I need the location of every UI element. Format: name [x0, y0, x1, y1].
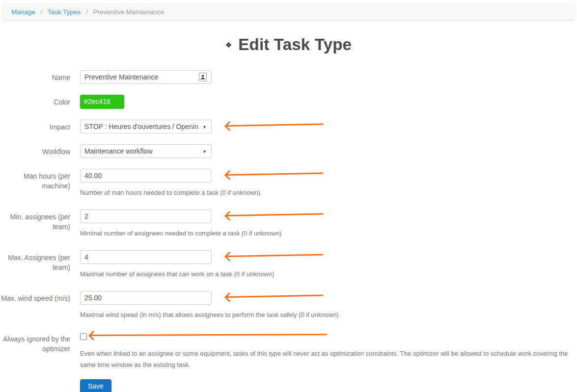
max-wind-speed-input[interactable]	[80, 291, 212, 305]
annotation-arrow	[227, 124, 323, 127]
annotation-arrow	[227, 254, 323, 257]
workflow-select[interactable]: Maintenance workflow ▼	[80, 144, 212, 158]
form-row-color: Color #2ec416	[0, 95, 577, 109]
impact-selected-value: STOP : Heures d'ouvertures / Openin	[84, 123, 198, 131]
annotation-arrow	[227, 173, 323, 176]
form-row-max-wind-speed: Max. wind speed (m/s) Maximal wind speed…	[0, 291, 577, 319]
workflow-label: Workflow	[0, 144, 70, 158]
ignored-by-optimizer-label: Always ignored by the optimizer	[0, 332, 70, 370]
max-assignees-label: Max. Assignees (per team)	[0, 250, 70, 278]
min-assignees-help-text: Minimal number of assignees needed to co…	[80, 229, 577, 237]
breadcrumb-link-manage[interactable]: Manage	[11, 8, 35, 16]
breadcrumb-current-page: Preventive Maintenance	[93, 8, 164, 16]
impact-select[interactable]: STOP : Heures d'ouvertures / Openin ▼	[80, 120, 212, 133]
name-input[interactable]	[80, 70, 212, 84]
page-header: ❖ Edit Task Type	[0, 35, 577, 54]
annotation-arrow	[91, 334, 327, 336]
form-row-max-assignees: Max. Assignees (per team) Maximal number…	[0, 250, 577, 278]
edit-task-type-form: Name Color #2ec416 Impact STOP : Heures …	[0, 70, 577, 392]
form-row-name: Name	[0, 70, 577, 84]
man-hours-help-text: Number of man hours needed to complete a…	[80, 188, 577, 197]
max-wind-speed-label: Max. wind speed (m/s)	[0, 291, 70, 319]
man-hours-label: Man hours (per machine)	[0, 169, 70, 197]
form-row-man-hours: Man hours (per machine) Number of man ho…	[0, 169, 577, 197]
breadcrumb: Manage / Task Types / Preventive Mainten…	[2, 3, 575, 21]
color-swatch[interactable]: #2ec416	[80, 95, 124, 109]
chevron-down-icon: ▼	[202, 125, 207, 130]
save-button[interactable]: Save	[80, 379, 111, 392]
color-label: Color	[0, 95, 70, 109]
workflow-selected-value: Maintenance workflow	[84, 147, 153, 155]
autofill-contact-icon[interactable]	[199, 73, 207, 83]
man-hours-input[interactable]	[80, 169, 212, 183]
task-type-icon: ❖	[225, 41, 232, 50]
page-title: Edit Task Type	[238, 35, 352, 54]
breadcrumb-link-task-types[interactable]: Task Types	[48, 8, 81, 16]
form-row-ignored-by-optimizer: Always ignored by the optimizer Even whe…	[0, 332, 577, 370]
name-label: Name	[0, 70, 70, 84]
max-wind-speed-help-text: Maximal wind speed (in m/s) that allows …	[80, 311, 577, 319]
ignored-by-optimizer-help-text: Even when linked to an assignee or some …	[80, 348, 569, 370]
annotation-arrow	[227, 295, 323, 298]
max-assignees-help-text: Maximal number of assignees that can wor…	[80, 270, 577, 278]
form-row-min-assignees: Min. assignees (per team) Minimal number…	[0, 209, 577, 237]
impact-label: Impact	[0, 120, 70, 133]
max-assignees-input[interactable]	[80, 250, 212, 264]
min-assignees-label: Min. assignees (per team)	[0, 209, 70, 237]
chevron-down-icon: ▼	[202, 149, 207, 154]
form-row-workflow: Workflow Maintenance workflow ▼	[0, 144, 577, 158]
breadcrumb-separator: /	[86, 8, 88, 16]
form-row-impact: Impact STOP : Heures d'ouvertures / Open…	[0, 120, 577, 133]
min-assignees-input[interactable]	[80, 209, 212, 223]
annotation-arrow	[227, 213, 323, 216]
breadcrumb-separator: /	[41, 8, 43, 16]
ignored-by-optimizer-checkbox[interactable]	[80, 333, 87, 340]
